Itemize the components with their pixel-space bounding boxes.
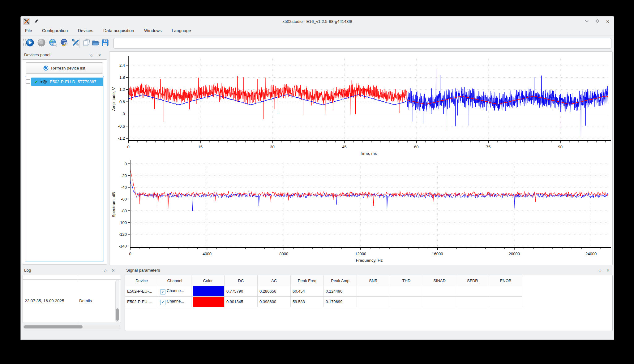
log-panel: Log ◇ ✕ 22:07:35, 16.09.2025 Details <box>21 267 122 333</box>
svg-text:-100: -100 <box>119 220 127 225</box>
svg-text:0: 0 <box>123 112 125 116</box>
web-session-button[interactable] <box>60 38 69 48</box>
cell-sinad <box>423 297 456 307</box>
start-acquisition-button[interactable] <box>26 38 35 48</box>
svg-text:0: 0 <box>125 162 127 166</box>
toolbar-separator <box>79 39 80 48</box>
log-horizontal-scrollbar[interactable] <box>23 325 120 329</box>
menu-data-acquisition[interactable]: Data acquisition <box>99 27 139 35</box>
svg-text:0.6: 0.6 <box>119 99 125 104</box>
cell-snr <box>357 297 390 307</box>
cell-color[interactable] <box>191 286 225 297</box>
cell-snr <box>357 286 390 297</box>
spectrum-chart[interactable]: 0-20-40-60-80-100-120-140040008000120001… <box>109 159 612 265</box>
col-ac: AC <box>258 275 291 286</box>
devices-panel-title: Devices panel <box>24 53 50 57</box>
save-file-button[interactable] <box>101 38 110 48</box>
device-tree-item[interactable]: ✔ E502-P-EU-D, 5T779887 <box>25 78 104 86</box>
device-selected-row[interactable]: ✔ E502-P-EU-D, 5T779887 <box>31 78 103 86</box>
svg-text:-40: -40 <box>121 185 127 190</box>
charts-area: 2.41.81.20.60-0.6-1.20153045607590Time, … <box>109 51 613 265</box>
cell-color[interactable] <box>191 297 225 307</box>
svg-text:15: 15 <box>198 145 203 149</box>
svg-text:90: 90 <box>558 145 563 149</box>
window-title: x502studio - E16_v1.2.5-68-g4ff148f8 <box>21 16 614 27</box>
cell-sfdr <box>456 286 489 297</box>
svg-text:12000: 12000 <box>355 252 366 256</box>
menu-windows[interactable]: Windows <box>140 27 166 35</box>
device-checkbox[interactable] <box>26 79 30 84</box>
svg-text:8000: 8000 <box>279 252 288 256</box>
device-tree[interactable]: ✔ E502-P-EU-D, 5T779887 <box>25 76 104 261</box>
menu-bar: File Configuration Devices Data acquisit… <box>21 27 614 35</box>
cell-device: E502-P-EU-... <box>125 297 158 307</box>
col-peak-amp: Peak Amp <box>324 275 357 286</box>
cell-device: E502-P-EU-... <box>125 286 158 297</box>
float-panel-icon[interactable]: ◇ <box>597 268 603 273</box>
svg-text:60: 60 <box>414 145 418 149</box>
col-thd: THD <box>390 275 423 286</box>
color-swatch[interactable] <box>193 286 224 296</box>
maximize-button[interactable] <box>594 19 600 25</box>
refresh-device-list-button[interactable]: Refresh device list <box>26 62 103 74</box>
cell-ac: 0.398600 <box>258 297 291 307</box>
col-channel: Channel <box>158 275 191 286</box>
time-domain-chart[interactable]: 2.41.81.20.60-0.6-1.20153045607590Time, … <box>109 52 612 159</box>
menu-devices[interactable]: Devices <box>74 27 98 35</box>
svg-text:-140: -140 <box>119 244 127 248</box>
svg-text:Frequency, Hz: Frequency, Hz <box>356 258 383 263</box>
close-button[interactable]: ✕ <box>605 19 611 25</box>
svg-text:0: 0 <box>129 252 131 256</box>
log-entry-details[interactable]: Details <box>79 279 110 322</box>
stop-acquisition-button[interactable] <box>37 38 46 48</box>
svg-text:-1.2: -1.2 <box>118 136 125 141</box>
signal-table-area: Device Channel Color DC AC Peak Freq Pea… <box>125 275 613 331</box>
cell-peak-amp: 0.179699 <box>324 297 357 307</box>
signal-panel-title: Signal parameters <box>126 268 160 273</box>
float-panel-icon[interactable]: ◇ <box>102 268 108 273</box>
log-table: 22:07:35, 16.09.2025 Details <box>23 275 121 323</box>
log-vertical-scrollbar[interactable] <box>115 280 119 322</box>
cell-sinad <box>423 286 456 297</box>
svg-text:20000: 20000 <box>509 252 520 256</box>
desktop-background: x502studio - E16_v1.2.5-68-g4ff148f8 ✕ F… <box>0 0 634 364</box>
col-sinad: SINAD <box>423 275 456 286</box>
float-panel-icon[interactable]: ◇ <box>89 53 94 58</box>
channel-checkbox[interactable]: ✔ <box>160 300 165 305</box>
open-file-button[interactable] <box>92 38 101 48</box>
toolbar-drag-handle[interactable] <box>23 39 26 47</box>
scrollbar-thumb[interactable] <box>24 325 83 328</box>
col-snr: SNR <box>357 275 390 286</box>
menu-file[interactable]: File <box>21 27 36 35</box>
cell-enob <box>489 297 522 307</box>
cell-sfdr <box>456 297 489 307</box>
svg-text:24000: 24000 <box>585 252 597 256</box>
close-panel-icon[interactable]: ✕ <box>605 268 611 273</box>
scrollbar-thumb[interactable] <box>116 308 119 321</box>
col-enob: ENOB <box>489 275 522 286</box>
cell-dc: 0.901345 <box>225 297 258 307</box>
svg-text:45: 45 <box>342 145 346 149</box>
signal-parameters-panel: Signal parameters ◇ ✕ Device Channel Col… <box>123 267 614 333</box>
cell-channel: ✔Channe... <box>158 297 191 307</box>
svg-text:-120: -120 <box>119 232 127 237</box>
title-bar[interactable]: x502studio - E16_v1.2.5-68-g4ff148f8 ✕ <box>21 16 614 27</box>
close-panel-icon[interactable]: ✕ <box>110 268 116 273</box>
cell-peak-freq: 59.583 <box>291 297 324 307</box>
device-ok-icon: ✔ <box>34 79 38 84</box>
table-row[interactable]: E502-P-EU-... ✔Channe... 0.901345 0.3986… <box>125 297 522 307</box>
close-panel-icon[interactable]: ✕ <box>97 53 102 58</box>
copy-data-button[interactable] <box>82 38 92 48</box>
channel-checkbox[interactable]: ✔ <box>160 289 165 294</box>
svg-text:-80: -80 <box>121 209 127 213</box>
menu-configuration[interactable]: Configuration <box>38 27 72 35</box>
refresh-icon <box>43 66 49 71</box>
app-window: x502studio - E16_v1.2.5-68-g4ff148f8 ✕ F… <box>20 16 614 340</box>
cell-thd <box>390 297 423 307</box>
network-devices-button[interactable] <box>49 38 58 48</box>
color-swatch[interactable] <box>193 297 224 307</box>
toolbar-input[interactable] <box>114 38 611 49</box>
minimize-button[interactable] <box>584 19 590 25</box>
table-row[interactable]: E502-P-EU-... ✔Channe... 0.775790 0.2866… <box>125 286 522 297</box>
menu-language[interactable]: Language <box>167 27 195 35</box>
